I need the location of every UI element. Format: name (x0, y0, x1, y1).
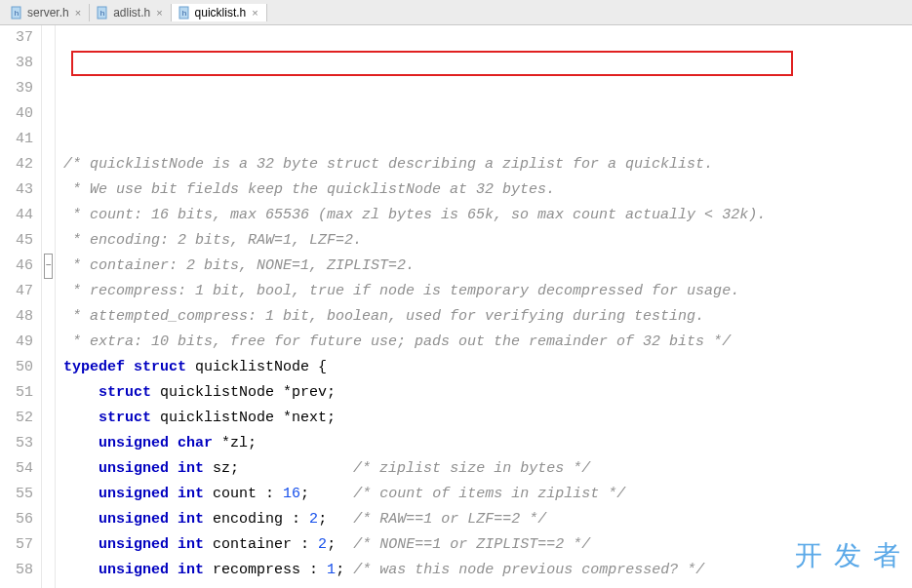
line-number: 45 (16, 228, 33, 254)
line-number: 37 (16, 25, 33, 51)
code-token-comment: * extra: 10 bits, free for future use; p… (63, 330, 731, 355)
fold-cell (42, 101, 55, 127)
fold-gutter: − (42, 25, 56, 588)
fold-cell[interactable]: − (42, 254, 55, 279)
code-token-comment: * container: 2 bits, NONE=1, ZIPLIST=2. (63, 254, 415, 279)
code-line[interactable]: unsigned int attempted_compress : 1; /* … (63, 583, 904, 588)
line-number: 40 (16, 101, 33, 127)
code-token-ident (169, 456, 178, 482)
code-token-ident: attempted_compress : (204, 583, 397, 588)
code-line[interactable]: unsigned int count : 16; /* count of ite… (63, 482, 904, 507)
line-number: 49 (16, 330, 33, 355)
h-file-icon: h (178, 6, 191, 20)
code-token-keyword: int (178, 532, 204, 558)
code-token-ident (63, 406, 99, 431)
code-token-ident: ; (300, 482, 353, 507)
svg-text:h: h (181, 9, 185, 18)
code-line[interactable]: * container: 2 bits, NONE=1, ZIPLIST=2. (63, 254, 904, 279)
code-token-keyword: unsigned (99, 431, 169, 456)
fold-cell (42, 507, 55, 532)
code-token-comment: * We use bit fields keep the quicklistNo… (63, 177, 555, 203)
code-line[interactable]: * extra: 10 bits, free for future use; p… (63, 330, 904, 355)
code-line[interactable]: * encoding: 2 bits, RAW=1, LZF=2. (63, 228, 904, 254)
fold-open-icon[interactable]: − (44, 254, 53, 279)
code-line[interactable]: * We use bit fields keep the quicklistNo… (63, 177, 904, 203)
line-number: 48 (16, 304, 33, 330)
code-token-num: 1 (327, 558, 336, 583)
code-token-keyword: unsigned (99, 482, 169, 507)
line-number: 56 (16, 507, 33, 532)
code-token-ident: quicklistNode *next; (151, 406, 336, 431)
code-line[interactable]: struct quicklistNode *next; (63, 406, 904, 431)
line-number: 39 (16, 76, 33, 101)
code-line[interactable]: * attempted_compress: 1 bit, boolean, us… (63, 304, 904, 330)
fold-cell (42, 127, 55, 152)
code-line[interactable]: /* quicklistNode is a 32 byte struct des… (63, 152, 904, 177)
line-number: 55 (16, 482, 33, 507)
line-number: 57 (16, 532, 33, 558)
fold-cell (42, 228, 55, 254)
editor-area[interactable]: 3738394041424344454647484950515253545556… (0, 25, 912, 588)
line-number: 46 (16, 254, 33, 279)
code-token-ident: quicklistNode *prev; (151, 380, 336, 406)
code-token-ident: *zl; (213, 431, 257, 456)
code-token-keyword: unsigned (99, 456, 169, 482)
code-line[interactable]: unsigned int encoding : 2; /* RAW==1 or … (63, 507, 904, 532)
code-line[interactable]: struct quicklistNode *prev; (63, 380, 904, 406)
code-token-ident: encoding : (204, 507, 309, 532)
fold-cell (42, 355, 55, 380)
code-token-keyword: int (178, 507, 204, 532)
code-token-ident: ; (318, 507, 353, 532)
line-number: 54 (16, 456, 33, 482)
code-token-comment: * count: 16 bits, max 65536 (max zl byte… (63, 203, 766, 228)
code-token-keyword: struct (134, 355, 186, 380)
code-token-keyword: int (178, 482, 204, 507)
code-line[interactable]: unsigned char *zl; (63, 431, 904, 456)
code-token-comment: /* count of items in ziplist */ (353, 482, 625, 507)
line-number: 44 (16, 203, 33, 228)
fold-cell[interactable] (42, 532, 55, 558)
code-token-keyword: unsigned (99, 583, 169, 588)
code-token-ident (125, 355, 134, 380)
fold-cell (42, 330, 55, 355)
close-icon[interactable]: × (73, 7, 83, 19)
line-number: 51 (16, 380, 33, 406)
fold-close-icon[interactable] (44, 532, 53, 558)
fold-cell (42, 406, 55, 431)
svg-text:h: h (15, 9, 19, 18)
fold-cell (42, 380, 55, 406)
code-line[interactable] (63, 127, 904, 152)
line-number: 52 (16, 406, 33, 431)
code-token-keyword: int (178, 558, 204, 583)
fold-cell (42, 76, 55, 101)
fold-cell (42, 177, 55, 203)
code-token-keyword: int (178, 456, 204, 482)
code-token-comment: /* quicklistNode is a 32 byte struct des… (63, 152, 713, 177)
code-line[interactable]: * count: 16 bits, max 65536 (max zl byte… (63, 203, 904, 228)
tab-quicklist-h[interactable]: hquicklist.h× (172, 4, 267, 21)
code-area[interactable]: 开 发 者 DEVZE.COM /* quicklistNode is a 32… (56, 25, 912, 588)
code-line[interactable]: unsigned int sz; /* ziplist size in byte… (63, 456, 904, 482)
tab-adlist-h[interactable]: hadlist.h× (90, 4, 171, 21)
tab-label: quicklist.h (195, 6, 247, 20)
tab-label: adlist.h (113, 6, 150, 20)
code-line[interactable]: unsigned int container : 2; /* NONE==1 o… (63, 532, 904, 558)
tab-label: server.h (27, 6, 69, 20)
fold-cell (42, 25, 55, 51)
code-line[interactable]: typedef struct quicklistNode { (63, 355, 904, 380)
code-token-ident: ; (327, 532, 353, 558)
code-token-comment: * encoding: 2 bits, RAW=1, LZF=2. (63, 228, 362, 254)
tab-server-h[interactable]: hserver.h× (4, 4, 90, 21)
fold-cell (42, 431, 55, 456)
code-token-comment: /* node can't compress; too small */ (423, 583, 739, 588)
code-token-comment: /* was this node previous compressed? */ (353, 558, 704, 583)
code-token-ident (169, 507, 178, 532)
code-token-comment: /* RAW==1 or LZF==2 */ (353, 507, 546, 532)
code-line[interactable]: * recompress: 1 bit, bool, true if node … (63, 279, 904, 304)
close-icon[interactable]: × (250, 7, 259, 19)
close-icon[interactable]: × (154, 7, 164, 19)
code-token-keyword: typedef (63, 355, 125, 380)
code-token-keyword: unsigned (99, 532, 169, 558)
code-token-num: 1 (397, 583, 406, 588)
code-line[interactable]: unsigned int recompress : 1; /* was this… (63, 558, 904, 583)
